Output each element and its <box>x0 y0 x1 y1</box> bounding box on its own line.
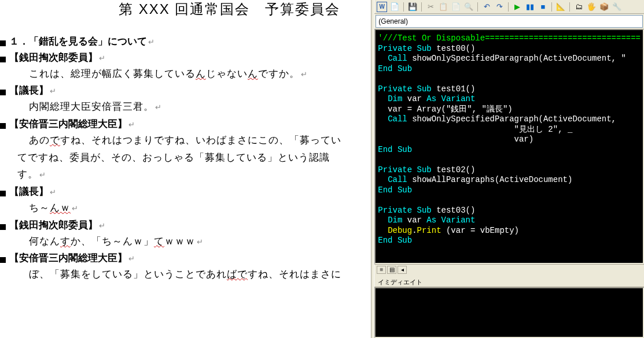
speaker-label: 【安倍晋三内閣総理大臣】 <box>9 117 127 131</box>
insert-module-icon[interactable]: 📄 <box>389 2 400 12</box>
document-body: １．「錯乱を見る会」について ↵ 【銭田掏次郎委員】 ↵ これは、総理が幅広く募… <box>0 35 366 281</box>
copy-icon[interactable]: 📋 <box>438 2 448 12</box>
section-heading: １．「錯乱を見る会」について <box>9 35 147 49</box>
toolbar-separator <box>551 2 552 12</box>
bullet-icon <box>0 224 6 230</box>
return-mark: ↵ <box>99 221 105 231</box>
speaker-label: 【議長】 <box>9 185 49 199</box>
design-mode-icon[interactable]: 📐 <box>555 2 566 12</box>
return-mark: ↵ <box>128 254 135 264</box>
immediate-window-title: イミディエイト <box>374 277 644 287</box>
properties-icon[interactable]: 🖐 <box>586 2 597 12</box>
immediate-window-body[interactable] <box>374 287 644 338</box>
return-mark: ↵ <box>148 37 154 47</box>
run-icon[interactable]: ▶ <box>512 2 522 12</box>
toolbar-separator <box>508 2 509 12</box>
object-browser-icon[interactable]: 📦 <box>599 2 609 12</box>
speaker-row: 【安倍晋三内閣総理大臣】 ↵ <box>0 251 366 265</box>
break-icon[interactable]: ▮▮ <box>525 2 535 12</box>
scroll-left-button[interactable]: ◂ <box>398 266 407 274</box>
bullet-icon <box>0 123 6 129</box>
speech-line: これは、総理が幅広く募集しているんじゃないんですか。↵ <box>29 67 366 81</box>
speaker-row: 【銭田掏次郎委員】 ↵ <box>0 218 366 232</box>
vbe-toolbar: W 📄 💾 ✂ 📋 📄 🔍 ↶ ↷ ▶ ▮▮ ■ 📐 🗂 🖐 📦 🔧 <box>374 0 644 14</box>
find-icon[interactable]: 🔍 <box>463 2 474 12</box>
speaker-row: 【議長】 ↵ <box>0 185 366 199</box>
bullet-icon <box>0 257 6 263</box>
return-mark: ↵ <box>128 120 135 130</box>
speaker-label: 【安倍晋三内閣総理大臣】 <box>9 251 127 265</box>
toolbar-separator <box>477 2 478 12</box>
speaker-label: 【銭田掏次郎委員】 <box>9 51 98 65</box>
document-title: 第 XXX 回通常国会 予算委員会 <box>93 0 366 18</box>
toolbar-separator <box>403 2 404 12</box>
code-editor-wrap: '///Test Or Disposable==================… <box>374 29 644 274</box>
return-mark: ↵ <box>50 187 56 198</box>
speaker-row: 【銭田掏次郎委員】 ↵ <box>0 51 366 65</box>
redo-icon[interactable]: ↷ <box>494 2 505 12</box>
word-icon[interactable]: W <box>377 2 387 12</box>
save-icon[interactable]: 💾 <box>407 2 418 12</box>
speech-line: ち～んｗ↵ <box>29 201 366 215</box>
speaker-label: 【議長】 <box>9 84 49 98</box>
bullet-icon <box>0 90 6 95</box>
project-explorer-icon[interactable]: 🗂 <box>573 2 584 12</box>
paste-icon[interactable]: 📄 <box>451 2 461 12</box>
dropdown-value: (General) <box>378 17 408 25</box>
speaker-row: 【議長】 ↵ <box>0 84 366 98</box>
speech-line: てですね、委員が、その、おっしゃる「募集している」という認識 <box>17 151 366 165</box>
speaker-row: 【安倍晋三内閣総理大臣】 ↵ <box>0 117 366 131</box>
toolbar-separator <box>421 2 422 12</box>
immediate-window: イミディエイト <box>374 274 644 338</box>
bullet-icon <box>0 40 6 46</box>
bullet-icon <box>0 57 6 62</box>
return-mark: ↵ <box>99 53 105 64</box>
procedure-dropdown[interactable]: (General) <box>376 15 643 28</box>
speaker-label: 【銭田掏次郎委員】 <box>9 218 98 232</box>
code-editor[interactable]: '///Test Or Disposable==================… <box>374 29 644 264</box>
toolbar-separator <box>569 2 570 12</box>
speech-line: あのですね、それはつまりですね、いわばまさにこの、「募ってい <box>29 133 366 147</box>
section-heading-row: １．「錯乱を見る会」について ↵ <box>0 35 366 49</box>
speech-line: ぼ、「募集をしている」ということであればですね、それはまさに <box>29 268 366 281</box>
code-view-buttons: ≡ ▤ ◂ <box>374 264 644 274</box>
bullet-icon <box>0 191 6 196</box>
procedure-view-button[interactable]: ≡ <box>377 266 386 274</box>
vbe-pane: W 📄 💾 ✂ 📋 📄 🔍 ↶ ↷ ▶ ▮▮ ■ 📐 🗂 🖐 📦 🔧 (Gene… <box>374 0 644 338</box>
toolbox-icon[interactable]: 🔧 <box>612 2 622 12</box>
speech-line: 何なんすか、「ち～んｗ」てｗｗｗ↵ <box>29 235 366 248</box>
word-document-pane: 第 XXX 回通常国会 予算委員会 １．「錯乱を見る会」について ↵ 【銭田掏次… <box>0 0 371 338</box>
speech-line: 内閣総理大臣安倍晋三君。↵ <box>29 100 366 114</box>
cut-icon[interactable]: ✂ <box>425 2 436 12</box>
return-mark: ↵ <box>50 86 56 96</box>
speech-line: す。↵ <box>17 168 366 181</box>
reset-icon[interactable]: ■ <box>538 2 548 12</box>
undo-icon[interactable]: ↶ <box>481 2 492 12</box>
full-module-view-button[interactable]: ▤ <box>387 266 396 274</box>
